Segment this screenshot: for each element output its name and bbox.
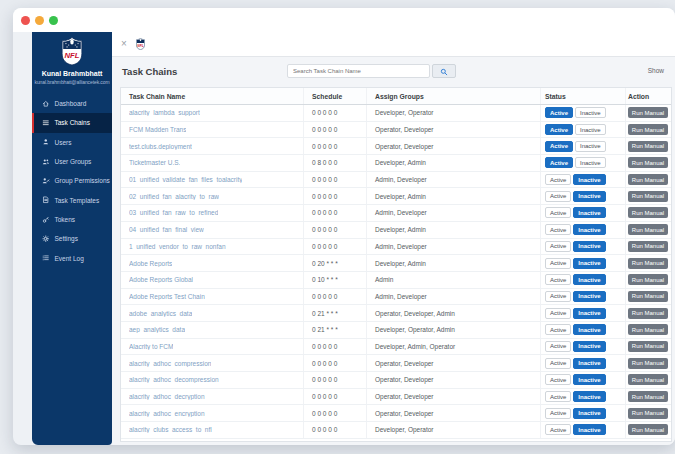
run-manual-button[interactable]: Run Manual xyxy=(628,308,668,319)
inactive-button[interactable]: Inactive xyxy=(573,324,605,335)
active-button[interactable]: Active xyxy=(545,258,571,269)
active-button[interactable]: Active xyxy=(545,274,571,285)
sidebar-item-user-groups[interactable]: User Groups xyxy=(32,152,112,171)
task-chain-link[interactable]: aep_analytics_data xyxy=(129,326,185,333)
active-button[interactable]: Active xyxy=(545,174,571,185)
inactive-button[interactable]: Inactive xyxy=(573,174,605,185)
task-chain-link[interactable]: alacrity_adhoc_compression xyxy=(129,360,211,367)
run-manual-button[interactable]: Run Manual xyxy=(628,324,668,335)
inactive-button[interactable]: Inactive xyxy=(573,308,605,319)
inactive-button[interactable]: Inactive xyxy=(573,291,605,302)
inactive-button[interactable]: Inactive xyxy=(573,224,605,235)
task-chain-link[interactable]: FCM Madden Trans xyxy=(129,126,186,133)
run-manual-button[interactable]: Run Manual xyxy=(628,374,668,385)
task-chain-link[interactable]: Adobe Reports Global xyxy=(129,276,193,283)
window-minimize-button[interactable] xyxy=(35,16,44,25)
inactive-button[interactable]: Inactive xyxy=(573,408,605,419)
task-chain-link[interactable]: alacrity_adhoc_encryption xyxy=(129,410,205,417)
active-button[interactable]: Active xyxy=(545,241,571,252)
active-button[interactable]: Active xyxy=(545,107,573,118)
task-chain-link[interactable]: 1_unified_vendor_to_raw_nonfan xyxy=(129,243,226,250)
active-button[interactable]: Active xyxy=(545,191,571,202)
inactive-button[interactable]: Inactive xyxy=(573,191,605,202)
window-close-button[interactable] xyxy=(21,16,30,25)
inactive-button[interactable]: Inactive xyxy=(575,157,606,168)
inactive-button[interactable]: Inactive xyxy=(573,258,605,269)
active-button[interactable]: Active xyxy=(545,224,571,235)
active-button[interactable]: Active xyxy=(545,291,571,302)
active-button[interactable]: Active xyxy=(545,141,573,152)
active-button[interactable]: Active xyxy=(545,391,571,402)
sidebar-item-tokens[interactable]: Tokens xyxy=(32,210,112,229)
action-cell: Run Manual xyxy=(626,155,671,171)
task-chain-link[interactable]: 02_unified_fan_alacrity_to_raw xyxy=(129,193,219,200)
close-tab-icon[interactable]: × xyxy=(121,39,127,49)
active-button[interactable]: Active xyxy=(545,424,571,435)
run-manual-button[interactable]: Run Manual xyxy=(628,291,668,302)
inactive-button[interactable]: Inactive xyxy=(573,207,605,218)
run-manual-button[interactable]: Run Manual xyxy=(628,391,668,402)
active-button[interactable]: Active xyxy=(545,374,571,385)
run-manual-button[interactable]: Run Manual xyxy=(628,157,668,168)
run-manual-button[interactable]: Run Manual xyxy=(628,358,668,369)
search-input[interactable] xyxy=(287,64,430,78)
inactive-button[interactable]: Inactive xyxy=(573,374,605,385)
window-maximize-button[interactable] xyxy=(49,16,58,25)
task-chain-link[interactable]: adobe_analytics_data xyxy=(129,310,192,317)
inactive-button[interactable]: Inactive xyxy=(573,391,605,402)
active-button[interactable]: Active xyxy=(545,341,571,352)
sidebar-item-task-templates[interactable]: Task Templates xyxy=(32,190,112,209)
sidebar-item-event-log[interactable]: Event Log xyxy=(32,248,112,267)
inactive-button[interactable]: Inactive xyxy=(573,241,605,252)
inactive-button[interactable]: Inactive xyxy=(575,141,606,152)
active-button[interactable]: Active xyxy=(545,308,571,319)
nfl-tab-icon[interactable]: NFL xyxy=(136,38,145,50)
task-chain-link[interactable]: 04_unified_fan_final_view xyxy=(129,226,204,233)
search-button[interactable] xyxy=(432,64,456,78)
run-manual-button[interactable]: Run Manual xyxy=(628,107,668,118)
assign-groups-cell: Operator, Developer xyxy=(367,355,541,371)
run-manual-button[interactable]: Run Manual xyxy=(628,274,668,285)
task-chain-link[interactable]: alacrity_lambda_support xyxy=(129,109,200,116)
sidebar-item-users[interactable]: Users xyxy=(32,133,112,152)
task-chain-link[interactable]: alacrity_adhoc_decryption xyxy=(129,393,205,400)
active-button[interactable]: Active xyxy=(545,157,573,168)
active-button[interactable]: Active xyxy=(545,207,571,218)
inactive-button[interactable]: Inactive xyxy=(573,341,605,352)
task-chain-link[interactable]: Adobe Reports Test Chain xyxy=(129,293,205,300)
task-chain-link[interactable]: Adobe Reports xyxy=(129,260,172,267)
active-button[interactable]: Active xyxy=(545,408,571,419)
run-manual-button[interactable]: Run Manual xyxy=(628,341,668,352)
active-button[interactable]: Active xyxy=(545,324,571,335)
task-chain-link[interactable]: alacrity_clubs_access_to_nfl xyxy=(129,426,212,433)
sidebar-item-settings[interactable]: Settings xyxy=(32,229,112,248)
inactive-button[interactable]: Inactive xyxy=(575,107,606,118)
show-entries-label[interactable]: Show xyxy=(648,67,664,74)
task-chain-link[interactable]: Alacrity to FCM xyxy=(129,343,173,350)
task-chain-link[interactable]: Ticketmaster U.S. xyxy=(129,159,180,166)
run-manual-button[interactable]: Run Manual xyxy=(628,241,668,252)
run-manual-button[interactable]: Run Manual xyxy=(628,224,668,235)
task-chain-link[interactable]: test.clubs.deployment xyxy=(129,143,192,150)
inactive-button[interactable]: Inactive xyxy=(573,274,605,285)
run-manual-button[interactable]: Run Manual xyxy=(628,408,668,419)
run-manual-button[interactable]: Run Manual xyxy=(628,191,668,202)
search-bar xyxy=(287,64,456,78)
inactive-button[interactable]: Inactive xyxy=(575,124,606,135)
inactive-button[interactable]: Inactive xyxy=(573,358,605,369)
run-manual-button[interactable]: Run Manual xyxy=(628,141,668,152)
active-button[interactable]: Active xyxy=(545,358,571,369)
sidebar-item-dashboard[interactable]: Dashboard xyxy=(32,94,112,113)
run-manual-button[interactable]: Run Manual xyxy=(628,424,668,435)
task-chain-link[interactable]: 03_unified_fan_raw_to_refined xyxy=(129,209,218,216)
run-manual-button[interactable]: Run Manual xyxy=(628,124,668,135)
run-manual-button[interactable]: Run Manual xyxy=(628,258,668,269)
run-manual-button[interactable]: Run Manual xyxy=(628,174,668,185)
task-chain-link[interactable]: alacrity_adhoc_decompression xyxy=(129,376,219,383)
run-manual-button[interactable]: Run Manual xyxy=(628,207,668,218)
sidebar-item-group-permissions[interactable]: Group Permissions xyxy=(32,171,112,190)
inactive-button[interactable]: Inactive xyxy=(573,424,605,435)
active-button[interactable]: Active xyxy=(545,124,573,135)
sidebar-item-task-chains[interactable]: Task Chains xyxy=(32,113,112,132)
task-chain-link[interactable]: 01_unified_validate_fan_files_toalacrity xyxy=(129,176,242,183)
